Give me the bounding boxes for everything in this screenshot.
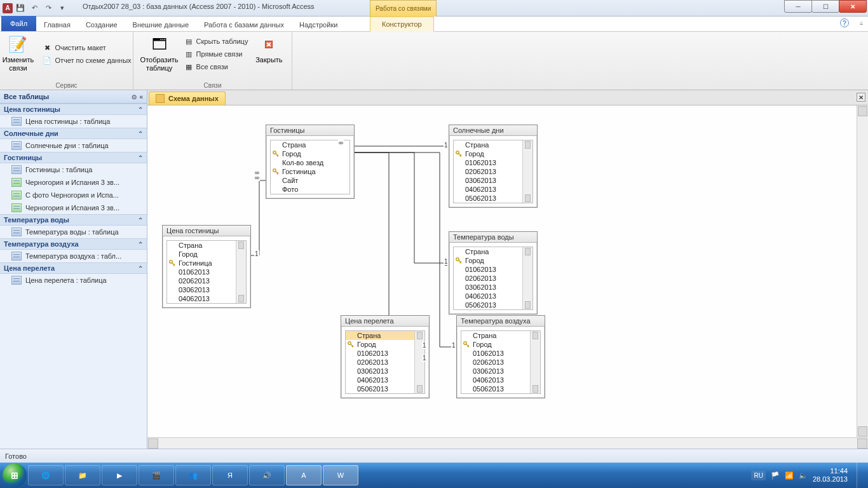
taskbar-explorer[interactable]: 📁 <box>65 465 100 485</box>
nav-item[interactable]: Черногория и Испания 3 зв... <box>0 201 147 214</box>
table-field[interactable]: 02062013 <box>454 167 522 176</box>
table-field[interactable]: 01062013 <box>454 265 522 274</box>
table-field[interactable]: 04062013 <box>454 185 522 194</box>
show-table-button[interactable]: 🗔 Отобразить таблицу <box>140 33 179 74</box>
clear-layout-button[interactable]: ✖Очистить макет <box>39 42 133 53</box>
window-close-button[interactable]: ✕ <box>839 0 867 13</box>
taskbar-word[interactable]: W <box>323 465 358 485</box>
tab-database-tools[interactable]: Работа с базами данных <box>196 18 292 31</box>
qat-undo-button[interactable]: ↶ <box>28 2 41 15</box>
tab-addins[interactable]: Надстройки <box>292 18 345 31</box>
help-button[interactable]: ? <box>840 18 849 27</box>
taskbar-yandex[interactable]: Я <box>212 465 248 485</box>
table-scrollbar[interactable] <box>522 140 532 203</box>
tab-design[interactable]: Конструктор <box>370 17 434 32</box>
direct-relations-button[interactable]: ▥Прямые связи <box>181 48 251 60</box>
nav-item[interactable]: Цена гостиницы : таблица <box>0 115 147 128</box>
tray-flag-icon[interactable]: 🏳️ <box>771 471 780 480</box>
table-field[interactable]: 04062013 <box>167 294 236 303</box>
table-field[interactable]: Гостиница <box>271 167 349 176</box>
table-box[interactable]: Цена гостиницы СтранаГородГостиница01062… <box>162 225 251 308</box>
window-minimize-button[interactable]: ─ <box>784 0 812 13</box>
table-field[interactable]: 03062013 <box>461 367 530 376</box>
table-field[interactable]: Страна <box>454 247 522 256</box>
nav-item[interactable]: Цена перелета : таблица <box>0 274 147 287</box>
minimize-ribbon-button[interactable]: ▵ <box>860 19 863 26</box>
tab-file[interactable]: Файл <box>1 16 36 31</box>
table-field[interactable]: Город <box>271 149 349 158</box>
relation-report-button[interactable]: 📄Отчет по схеме данных <box>39 55 133 66</box>
nav-item[interactable]: Температура воды : таблица <box>0 226 147 238</box>
tab-external-data[interactable]: Внешние данные <box>125 18 196 31</box>
table-field[interactable]: 02062013 <box>167 276 236 285</box>
start-button[interactable]: ⊞ <box>3 463 27 487</box>
table-field[interactable]: 04062013 <box>346 376 414 384</box>
table-field[interactable]: Страна <box>346 331 414 340</box>
nav-group-header[interactable]: Температура воздуха⌃ <box>0 238 147 250</box>
taskbar-wmp[interactable]: ▶ <box>102 465 137 485</box>
tray-volume-icon[interactable]: 🔈 <box>799 471 808 480</box>
scroll-left-button[interactable] <box>148 438 158 449</box>
table-scrollbar[interactable] <box>236 241 246 303</box>
table-box[interactable]: Солнечные дни СтранаГород010620130206201… <box>449 125 538 208</box>
table-field[interactable]: 01062013 <box>346 349 414 358</box>
nav-item[interactable]: С фото Черногория и Испа... <box>0 189 147 201</box>
table-scrollbar[interactable] <box>414 331 424 393</box>
relations-canvas[interactable]: Гостиницы СтранаГородКол-во звездГостини… <box>147 105 868 437</box>
nav-item[interactable]: Солнечные дни : таблица <box>0 139 147 152</box>
all-relations-button[interactable]: ▦Все связи <box>181 61 251 72</box>
table-field[interactable]: 03062013 <box>454 176 522 185</box>
table-field[interactable]: 04062013 <box>454 292 522 301</box>
table-field[interactable]: 03062013 <box>346 367 414 376</box>
table-field[interactable]: Фото <box>271 185 349 194</box>
taskbar-volume[interactable]: 🔊 <box>249 465 285 485</box>
table-field[interactable]: 02062013 <box>461 358 530 367</box>
language-indicator[interactable]: RU <box>751 471 765 480</box>
table-scrollbar[interactable] <box>522 247 532 309</box>
table-field[interactable]: Сайт <box>271 176 349 185</box>
document-tab-relations[interactable]: Схема данных <box>149 92 226 105</box>
table-field[interactable]: 01062013 <box>167 268 236 276</box>
show-desktop-button[interactable] <box>857 463 863 488</box>
table-field[interactable]: 03062013 <box>167 285 236 294</box>
table-field[interactable]: Город <box>461 340 530 349</box>
document-close-button[interactable]: ✕ <box>857 93 865 102</box>
nav-group-header[interactable]: Цена гостиницы⌃ <box>0 104 147 115</box>
table-scrollbar[interactable] <box>530 331 540 393</box>
qat-redo-button[interactable]: ↷ <box>42 2 55 15</box>
table-box[interactable]: Температура воды СтранаГород010620130206… <box>449 231 538 315</box>
canvas-vertical-scrollbar[interactable] <box>857 105 868 437</box>
tab-create[interactable]: Создание <box>78 18 125 31</box>
window-maximize-button[interactable]: ☐ <box>811 0 839 13</box>
table-field[interactable]: 02062013 <box>454 274 522 283</box>
tray-clock[interactable]: 11:44 28.03.2013 <box>813 467 848 484</box>
taskbar-moviemaker[interactable]: 🎬 <box>139 465 174 485</box>
qat-save-button[interactable]: 💾 <box>14 2 27 15</box>
table-field[interactable]: Страна <box>167 241 236 250</box>
edit-relations-button[interactable]: 📝 Изменить связи <box>0 33 37 74</box>
close-designer-button[interactable]: Закрыть <box>253 33 285 65</box>
table-field[interactable]: 05062013 <box>454 194 522 203</box>
table-field[interactable]: Город <box>346 340 414 349</box>
table-field[interactable]: Гостиница <box>167 259 236 268</box>
table-field[interactable]: 02062013 <box>346 358 414 367</box>
qat-customize-button[interactable]: ▾ <box>56 2 69 15</box>
table-field[interactable]: 05062013 <box>454 301 522 309</box>
tray-network-icon[interactable]: 📶 <box>785 471 794 480</box>
table-box[interactable]: Гостиницы СтранаГородКол-во звездГостини… <box>266 125 355 199</box>
taskbar-ie[interactable]: 🌐 <box>28 465 64 485</box>
table-field[interactable]: 03062013 <box>454 283 522 292</box>
nav-item[interactable]: Черногория и Испания 3 зв... <box>0 176 147 189</box>
table-field[interactable]: Страна <box>454 140 522 149</box>
table-field[interactable]: Город <box>167 250 236 259</box>
table-box[interactable]: Температура воздуха СтранаГород010620130… <box>456 315 545 398</box>
table-field[interactable]: 01062013 <box>461 349 530 358</box>
tab-home[interactable]: Главная <box>36 18 78 31</box>
table-field[interactable]: 05062013 <box>461 384 530 393</box>
nav-group-header[interactable]: Цена перелета⌃ <box>0 262 147 274</box>
table-field[interactable]: Кол-во звезд <box>271 158 349 167</box>
taskbar-access[interactable]: A <box>286 465 322 485</box>
nav-group-header[interactable]: Гостиницы⌃ <box>0 152 147 163</box>
nav-item[interactable]: Гостиницы : таблица <box>0 163 147 176</box>
table-field[interactable]: Город <box>454 256 522 265</box>
